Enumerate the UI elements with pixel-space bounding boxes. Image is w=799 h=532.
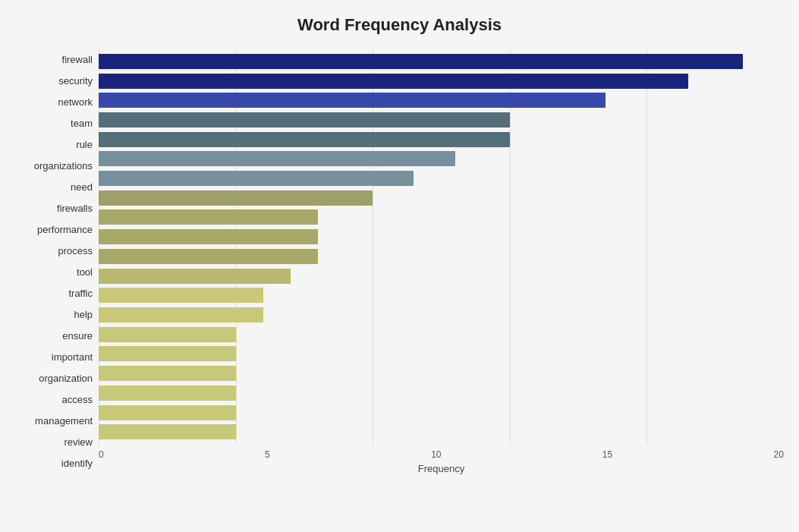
bar [99, 249, 318, 264]
y-label: access [62, 395, 93, 405]
bar [99, 327, 236, 342]
bar [99, 132, 510, 147]
x-tick: 0 [99, 449, 104, 460]
bar [99, 151, 455, 166]
bar [99, 229, 318, 244]
bar [99, 54, 743, 69]
y-label: identify [61, 458, 93, 468]
y-label: rule [76, 140, 93, 150]
y-labels: firewallsecuritynetworkteamruleorganizat… [15, 49, 99, 474]
bar-row [99, 227, 784, 247]
chart-container: Word Frequency Analysis firewallsecurity… [0, 0, 799, 532]
bar [99, 74, 688, 89]
bar-row [99, 71, 784, 91]
bar-row [99, 422, 784, 442]
y-label: organization [39, 373, 93, 383]
y-label: organizations [34, 161, 93, 171]
bar [99, 93, 606, 108]
bar [99, 366, 236, 381]
y-label: team [71, 118, 93, 128]
y-label: process [58, 246, 93, 256]
bar [99, 171, 414, 186]
bar-row [99, 168, 784, 188]
bar-row [99, 285, 784, 305]
y-label: review [64, 437, 93, 447]
bar-row [99, 150, 784, 169]
y-label: ensure [62, 331, 93, 341]
bar-row [99, 110, 784, 130]
y-label: important [52, 352, 93, 362]
bar [99, 209, 318, 225]
x-tick: 10 [431, 449, 441, 460]
bar-row [99, 345, 784, 364]
bar [99, 307, 263, 323]
y-label: traffic [68, 288, 93, 298]
bar [99, 424, 236, 439]
x-tick: 5 [265, 449, 270, 460]
bar-row [99, 305, 784, 325]
bar-row [99, 188, 784, 208]
bar [99, 386, 236, 401]
bar-row [99, 325, 784, 345]
y-label: tool [77, 267, 93, 277]
y-label: firewalls [57, 203, 93, 213]
bars-section [99, 49, 784, 445]
x-tick: 15 [602, 449, 612, 460]
bars-wrapper [99, 49, 784, 445]
bar-row [99, 90, 784, 110]
bar-row [99, 364, 784, 383]
y-label: firewall [62, 55, 93, 65]
bar-row [99, 383, 784, 403]
y-label: need [71, 182, 93, 192]
bar-row [99, 130, 784, 150]
y-label: performance [37, 225, 93, 235]
bar-row [99, 403, 784, 423]
bar [99, 405, 236, 420]
x-tick: 20 [774, 449, 784, 460]
bar-row [99, 52, 784, 71]
y-label: network [58, 97, 93, 107]
x-axis: 05101520 [99, 445, 784, 460]
bar [99, 269, 291, 284]
chart-area: firewallsecuritynetworkteamruleorganizat… [15, 49, 784, 474]
chart-title: Word Frequency Analysis [15, 15, 784, 35]
y-label: security [58, 76, 93, 86]
bars-and-x: 05101520 Frequency [99, 49, 784, 474]
bar [99, 346, 236, 361]
y-label: help [74, 310, 93, 320]
x-axis-label: Frequency [99, 463, 784, 474]
bar-row [99, 266, 784, 286]
y-label: management [35, 416, 93, 426]
bar [99, 288, 263, 303]
bar-row [99, 247, 784, 266]
bar [99, 112, 510, 127]
bar-row [99, 208, 784, 228]
bar [99, 190, 373, 206]
